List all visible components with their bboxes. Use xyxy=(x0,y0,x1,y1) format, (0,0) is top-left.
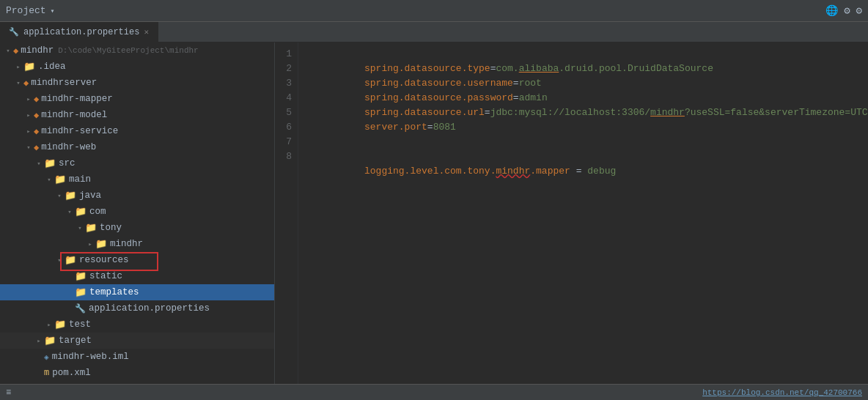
arrow-idea xyxy=(13,63,23,71)
folder-icon-idea: 📁 xyxy=(23,61,35,73)
tab-label: application.properties xyxy=(23,27,139,37)
tab-close-icon[interactable]: ✕ xyxy=(144,27,149,37)
tree-item-mindhr-web[interactable]: ◆ mindhr-web xyxy=(0,139,274,155)
project-label: Project xyxy=(6,5,46,16)
arrow-java xyxy=(54,192,65,200)
tree-label-java: java xyxy=(79,190,101,201)
editor: 1 2 3 4 5 6 7 8 spring.datasource.type=c… xyxy=(275,42,868,384)
top-bar-icons: 🌐 ⚙ ⚙ xyxy=(825,4,862,17)
tree-label-mindhr-pkg: mindhr xyxy=(110,239,143,249)
folder-icon-main: 📁 xyxy=(54,174,66,185)
folder-icon-resources: 📁 xyxy=(65,254,76,266)
tree-item-src[interactable]: 📁 src xyxy=(0,155,274,171)
tree-label-src: src xyxy=(59,158,76,168)
arrow-test xyxy=(44,321,54,329)
folder-icon-com: 📁 xyxy=(75,206,87,218)
line-num-5: 5 xyxy=(278,105,292,120)
props-icon-appprops: 🔧 xyxy=(75,303,86,314)
tree-item-com[interactable]: 📁 com xyxy=(0,204,274,220)
tree-item-static[interactable]: 📁 static xyxy=(0,268,274,284)
folder-icon-java: 📁 xyxy=(65,190,76,201)
tree-label-web: mindhr-web xyxy=(41,142,96,152)
arrow-mapper xyxy=(23,95,34,103)
line-num-7: 7 xyxy=(278,135,292,149)
tree-label-mapper: mindhr-mapper xyxy=(41,94,113,104)
folder-icon-templates: 📁 xyxy=(75,286,87,298)
tree-label-mindhrserver: mindhrserver xyxy=(31,78,97,88)
tree-label-idea: .idea xyxy=(38,62,66,72)
tree-item-tony[interactable]: 📁 tony xyxy=(0,220,274,236)
code-line-1: spring.datasource.type=com.alibaba.druid… xyxy=(307,47,868,62)
tab-bar: 🔧 application.properties ✕ xyxy=(0,22,868,42)
tree-item-mindhrserver[interactable]: ◆ mindhrserver xyxy=(0,75,274,91)
tree-label-static: static xyxy=(89,271,122,281)
tree-item-application-properties[interactable]: 🔧 application.properties xyxy=(0,300,274,316)
folder-icon-tony: 📁 xyxy=(85,222,97,234)
tree-label-com: com xyxy=(89,207,106,217)
folder-icon-mindhr-pkg: 📁 xyxy=(95,238,107,250)
arrow-mindhr xyxy=(3,47,13,55)
sidebar: ◆ mindhr D:\code\MyGiteeProject\mindhr 📁… xyxy=(0,42,275,384)
module-icon-mapper: ◆ xyxy=(34,94,39,105)
settings-icon[interactable]: ⚙ xyxy=(844,4,850,17)
tree-item-mindhr-model[interactable]: ◆ mindhr-model xyxy=(0,107,274,123)
tree-item-mindhr-web-iml[interactable]: ◈ mindhr-web.iml xyxy=(0,349,274,365)
folder-icon-src: 📁 xyxy=(44,158,56,169)
line-num-1: 1 xyxy=(278,47,292,62)
folder-icon-target: 📁 xyxy=(44,335,56,347)
arrow-mindhr-pkg xyxy=(85,240,95,248)
tree-item-main[interactable]: 📁 main xyxy=(0,171,274,188)
tree-item-mindhr-root[interactable]: ◆ mindhr D:\code\MyGiteeProject\mindhr xyxy=(0,42,274,59)
arrow-web xyxy=(23,144,34,152)
tree-item-pom-web[interactable]: m pom.xml xyxy=(0,365,274,381)
folder-icon-test: 📁 xyxy=(54,319,66,330)
tree-item-target[interactable]: 📁 target xyxy=(0,333,274,349)
line-num-8: 8 xyxy=(278,149,292,164)
top-bar: Project ▾ 🌐 ⚙ ⚙ xyxy=(0,0,868,22)
arrow-resources xyxy=(54,256,65,264)
tree-item-mindhr-mapper[interactable]: ◆ mindhr-mapper xyxy=(0,91,274,107)
tree-label-main: main xyxy=(69,174,91,185)
arrow-tony xyxy=(75,224,85,232)
tree-label-web-iml: mindhr-web.iml xyxy=(52,352,129,362)
bottom-left-icon: ≡ xyxy=(6,388,11,398)
code-line-8: logging.level.com.tony.mindhr.mapper = d… xyxy=(307,149,868,164)
bottom-bar: ≡ https://blog.csdn.net/qq_42700766 xyxy=(0,384,868,400)
arrow-com xyxy=(65,208,75,216)
tab-icon: 🔧 xyxy=(9,27,19,37)
tree-label-tony: tony xyxy=(100,223,122,233)
line-num-2: 2 xyxy=(278,62,292,76)
editor-content[interactable]: 1 2 3 4 5 6 7 8 spring.datasource.type=c… xyxy=(275,42,868,384)
bottom-url[interactable]: https://blog.csdn.net/qq_42700766 xyxy=(702,388,862,397)
tree-label-service: mindhr-service xyxy=(41,126,118,136)
sidebar-tree: ◆ mindhr D:\code\MyGiteeProject\mindhr 📁… xyxy=(0,42,274,384)
tree-label-model: mindhr-model xyxy=(41,110,107,120)
line-num-4: 4 xyxy=(278,91,292,105)
project-dropdown-icon[interactable]: ▾ xyxy=(51,7,55,15)
tree-item-mindhr-service[interactable]: ◆ mindhr-service xyxy=(0,123,274,139)
arrow-src xyxy=(34,160,44,168)
code-area[interactable]: spring.datasource.type=com.alibaba.druid… xyxy=(298,42,868,384)
module-icon-mindhrserver: ◆ xyxy=(23,78,29,89)
tree-item-test[interactable]: 📁 test xyxy=(0,316,274,333)
tree-path-mindhr: D:\code\MyGiteeProject\mindhr xyxy=(58,46,198,55)
tree-item-templates[interactable]: 📁 templates xyxy=(0,284,274,300)
module-icon-service: ◆ xyxy=(34,126,39,137)
module-icon-model: ◆ xyxy=(34,110,39,121)
tree-label-pom-web: pom.xml xyxy=(52,368,91,378)
arrow-mindhrserver xyxy=(13,79,23,87)
arrow-service xyxy=(23,127,34,136)
arrow-main xyxy=(44,176,54,184)
tree-label-resources: resources xyxy=(79,255,129,265)
tree-item-idea[interactable]: 📁 .idea xyxy=(0,59,274,75)
tree-item-mindhr-pkg[interactable]: 📁 mindhr xyxy=(0,236,274,252)
tree-label-templates: templates xyxy=(89,287,139,297)
arrow-model xyxy=(23,111,34,119)
tab-application-properties[interactable]: 🔧 application.properties ✕ xyxy=(0,22,158,42)
tree-label-mindhr: mindhr xyxy=(21,45,54,56)
arrow-target xyxy=(34,337,44,345)
tree-item-java[interactable]: 📁 java xyxy=(0,188,274,204)
tree-item-resources[interactable]: 📁 resources xyxy=(0,252,274,268)
gear-icon[interactable]: ⚙ xyxy=(856,4,862,17)
globe-icon[interactable]: 🌐 xyxy=(825,4,838,17)
